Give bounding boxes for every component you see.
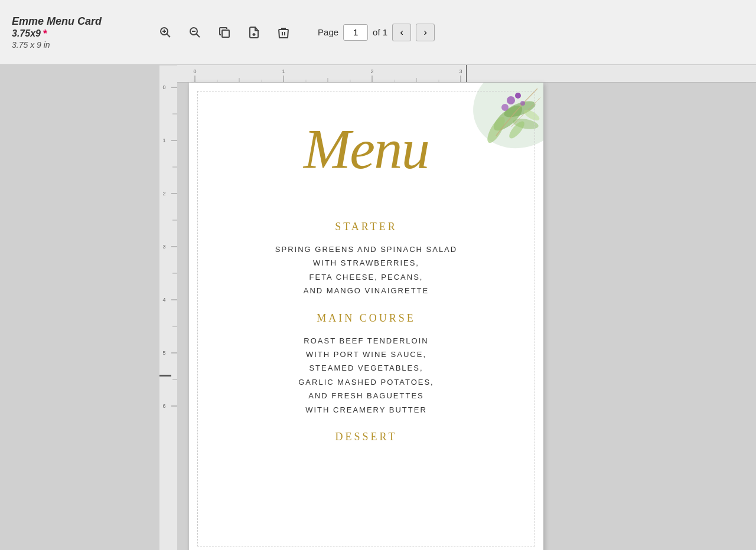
- svg-text:1: 1: [162, 138, 165, 143]
- page-label: Page: [318, 27, 338, 37]
- zoom-out-button[interactable]: [184, 22, 206, 43]
- svg-text:2: 2: [370, 68, 373, 74]
- toolbar-icons: [155, 22, 294, 43]
- doc-info: Emme Menu Card 3.75x9 * 3.75 x 9 in: [12, 15, 102, 50]
- svg-rect-34: [159, 375, 171, 377]
- duplicate-button[interactable]: [214, 22, 235, 43]
- doc-dimensions: 3.75 x 9 in: [12, 40, 102, 50]
- unsaved-indicator: *: [43, 28, 47, 40]
- svg-text:5: 5: [162, 350, 165, 356]
- delete-button[interactable]: [273, 22, 294, 43]
- prev-page-button[interactable]: ‹: [392, 24, 411, 41]
- next-page-button[interactable]: ›: [416, 24, 435, 41]
- svg-text:0: 0: [162, 84, 165, 90]
- svg-text:3: 3: [162, 244, 165, 250]
- main-area: 0 1 2 3 4 5: [0, 65, 756, 550]
- menu-card: Menu STARTER SPRING GREENS AND SPINACH S…: [189, 83, 543, 550]
- zoom-in-button[interactable]: [155, 22, 176, 43]
- vertical-ruler: 0 1 2 3 4 5: [159, 65, 177, 550]
- horizontal-ruler: 0 1 2 3: [177, 65, 756, 83]
- canvas-area: 0 1 2 3: [177, 65, 756, 550]
- main-course-heading: MAIN COURSE: [224, 312, 508, 325]
- page-navigation: Page of 1 ‹ ›: [318, 24, 435, 41]
- left-panel: 0 1 2 3 4 5: [0, 65, 177, 550]
- main-course-section: MAIN COURSE ROAST BEEF TENDERLOIN WITH P…: [224, 312, 508, 417]
- svg-rect-7: [222, 30, 229, 37]
- menu-script-title: Menu: [189, 106, 543, 189]
- svg-line-5: [197, 34, 200, 37]
- page-wrapper: Menu STARTER SPRING GREENS AND SPINACH S…: [189, 83, 756, 550]
- svg-text:2: 2: [162, 191, 165, 197]
- doc-title: Emme Menu Card: [12, 15, 102, 28]
- svg-text:Menu: Menu: [302, 117, 429, 181]
- add-page-button[interactable]: [243, 22, 265, 43]
- horizontal-ruler-svg: 0 1 2 3: [177, 65, 756, 83]
- dessert-section: DESSERT: [224, 431, 508, 443]
- svg-text:1: 1: [282, 68, 285, 74]
- menu-content: STARTER SPRING GREENS AND SPINACH SALAD …: [189, 201, 543, 470]
- starter-text: SPRING GREENS AND SPINACH SALAD WITH STR…: [224, 243, 508, 298]
- svg-line-1: [167, 34, 171, 37]
- doc-size-line: 3.75x9 *: [12, 28, 102, 40]
- page-of: of 1: [373, 27, 387, 37]
- svg-text:4: 4: [162, 297, 165, 303]
- page-number-input[interactable]: [343, 24, 368, 41]
- menu-title-area: Menu: [189, 83, 543, 201]
- svg-text:0: 0: [193, 68, 196, 74]
- starter-heading: STARTER: [224, 221, 508, 233]
- dessert-heading: DESSERT: [224, 431, 508, 443]
- toolbar: Emme Menu Card 3.75x9 * 3.75 x 9 in: [0, 0, 756, 65]
- svg-text:3: 3: [459, 68, 462, 74]
- svg-text:6: 6: [162, 403, 165, 409]
- starter-section: STARTER SPRING GREENS AND SPINACH SALAD …: [224, 221, 508, 298]
- main-course-text: ROAST BEEF TENDERLOIN WITH PORT WINE SAU…: [224, 334, 508, 417]
- doc-size: 3.75x9: [12, 28, 41, 39]
- vertical-ruler-svg: 0 1 2 3 4 5: [159, 65, 177, 550]
